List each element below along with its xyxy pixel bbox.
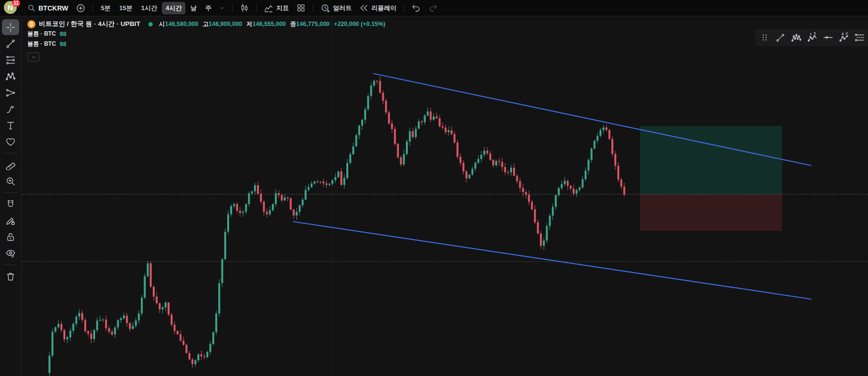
- favorite-elliott-impulse-button[interactable]: 15: [805, 30, 819, 45]
- high-value: 146,900,000: [209, 21, 243, 27]
- plus-circle-icon: [76, 3, 86, 13]
- candlestick-chart[interactable]: [22, 17, 868, 376]
- text-icon: [5, 120, 16, 131]
- alert-label: 얼러트: [333, 4, 352, 13]
- svg-text:1: 1: [809, 32, 811, 36]
- toolbar-drag-handle[interactable]: [757, 30, 772, 45]
- hide-drawings-button[interactable]: [2, 245, 19, 261]
- favorite-parallel-channel-button[interactable]: [852, 30, 867, 45]
- alert-clock-icon: [320, 3, 330, 13]
- market-status-dot[interactable]: [148, 22, 153, 26]
- high-label: 고: [203, 21, 209, 27]
- favorite-abcd-pattern-button[interactable]: AC: [836, 30, 851, 45]
- timeframe-menu-button[interactable]: [216, 2, 228, 14]
- zoom-in-icon: [5, 176, 16, 187]
- volume-value: 98: [60, 31, 66, 38]
- tool-rail-divider: [3, 264, 18, 265]
- symbol-legend-row[interactable]: ₿ 비트코인 / 한국 원 · 4시간 · UPBIT 시146,580,000…: [27, 19, 385, 29]
- timeframe-5m[interactable]: 5분: [97, 2, 114, 14]
- projection-tool-button[interactable]: [2, 85, 19, 100]
- timeframe-week[interactable]: 주: [201, 2, 215, 14]
- fib-retracement-tool-button[interactable]: [2, 52, 19, 68]
- timeframe-4h[interactable]: 4시간: [162, 2, 185, 14]
- pencil-lock-icon: [5, 215, 16, 226]
- close-value: 146,775,000: [296, 21, 330, 27]
- crosshair-icon: [5, 22, 16, 33]
- timeframe-15m[interactable]: 15분: [115, 2, 136, 14]
- volume-indicator-row[interactable]: 볼륨 · BTC 98: [27, 29, 385, 39]
- magnet-mode-button[interactable]: [2, 196, 19, 212]
- remove-drawings-button[interactable]: [2, 268, 19, 284]
- symbol-title: 비트코인 / 한국 원 · 4시간 · UPBIT: [39, 20, 140, 28]
- favorite-horizontal-ray-button[interactable]: [820, 30, 835, 45]
- brush-tool-button[interactable]: [2, 101, 19, 117]
- volume-label: 볼륨 · BTC: [27, 30, 56, 38]
- measure-tool-button[interactable]: [2, 157, 19, 173]
- bitcoin-icon: ₿: [27, 20, 36, 28]
- top-toolbar: N 11 BTCKRW 5분 15분 1시간 4시간 날 주: [0, 0, 868, 16]
- favorite-trend-line-button[interactable]: [773, 30, 788, 45]
- open-label: 시: [159, 21, 165, 27]
- text-tool-button[interactable]: [2, 117, 19, 133]
- layout-grid-button[interactable]: [293, 2, 309, 14]
- search-icon: [27, 4, 36, 12]
- ruler-icon: [5, 160, 16, 170]
- replay-label: 리플레이: [371, 4, 396, 13]
- volume-indicator-row[interactable]: 볼륨 · BTC 98: [27, 39, 385, 49]
- timeframe-day[interactable]: 날: [186, 2, 200, 14]
- timeframe-1h[interactable]: 1시간: [137, 2, 161, 14]
- projection-icon: [5, 88, 16, 98]
- trend-line-icon: [5, 38, 16, 49]
- emoji-tool-button[interactable]: [2, 134, 19, 150]
- lock-all-drawings-button[interactable]: [2, 229, 19, 245]
- toolbar-separator: [256, 4, 257, 13]
- compare-add-button[interactable]: [73, 2, 89, 14]
- user-avatar[interactable]: N 11: [4, 1, 18, 15]
- xabcd-pattern-icon: [5, 71, 16, 82]
- trash-icon: [5, 271, 16, 282]
- svg-text:C: C: [845, 32, 848, 35]
- alert-button[interactable]: 얼러트: [317, 2, 355, 14]
- chart-pane[interactable]: [22, 17, 868, 376]
- chart-style-button[interactable]: [236, 2, 252, 14]
- parallel-channel-icon: [855, 32, 865, 43]
- drawing-mode-lock-button[interactable]: [2, 213, 19, 228]
- redo-button[interactable]: [425, 2, 441, 14]
- fib-lines-icon: [5, 55, 16, 65]
- notification-badge: 11: [12, 0, 20, 7]
- position-profit-zone: [640, 126, 782, 194]
- magnet-icon: [5, 199, 16, 210]
- xabcd-pattern-tool-button[interactable]: [2, 68, 19, 84]
- zoom-in-tool-button[interactable]: [2, 173, 19, 189]
- elliott-wave-icon: [791, 32, 802, 43]
- indicators-button[interactable]: 지표: [260, 2, 292, 14]
- indicators-icon: [264, 3, 273, 13]
- volume-value: 98: [60, 41, 66, 48]
- heart-icon: [5, 137, 16, 147]
- tool-rail-divider: [3, 192, 18, 193]
- toolbar-separator: [232, 4, 232, 13]
- eye-icon: [5, 248, 16, 259]
- candlestick-style-icon: [240, 3, 249, 13]
- svg-text:5: 5: [814, 32, 816, 35]
- low-label: 저: [246, 21, 253, 27]
- position-loss-zone: [640, 194, 782, 231]
- trend-line-tool-button[interactable]: [2, 36, 19, 51]
- low-value: 146,555,000: [253, 21, 286, 27]
- layout-grid-icon: [296, 3, 306, 13]
- ohlc-values: 시146,580,000 고146,900,000 저146,555,000 종…: [159, 20, 385, 28]
- toolbar-separator: [313, 4, 313, 13]
- trend-line: [293, 222, 811, 299]
- brush-icon: [5, 104, 16, 114]
- undo-button[interactable]: [408, 2, 424, 14]
- collapse-pane-button[interactable]: [27, 52, 39, 62]
- replay-button[interactable]: 리플레이: [356, 2, 400, 14]
- symbol-search-button[interactable]: BTCKRW: [24, 2, 72, 14]
- tool-rail-divider: [3, 153, 18, 153]
- close-label: 종: [290, 21, 296, 27]
- crosshair-tool-button[interactable]: [2, 19, 19, 35]
- change-value: +220,000 (+0.15%): [334, 21, 385, 27]
- favorite-elliott-wave-button[interactable]: [789, 30, 804, 45]
- volume-label: 볼륨 · BTC: [27, 40, 56, 48]
- elliott-impulse-12345-icon: 15: [807, 32, 818, 43]
